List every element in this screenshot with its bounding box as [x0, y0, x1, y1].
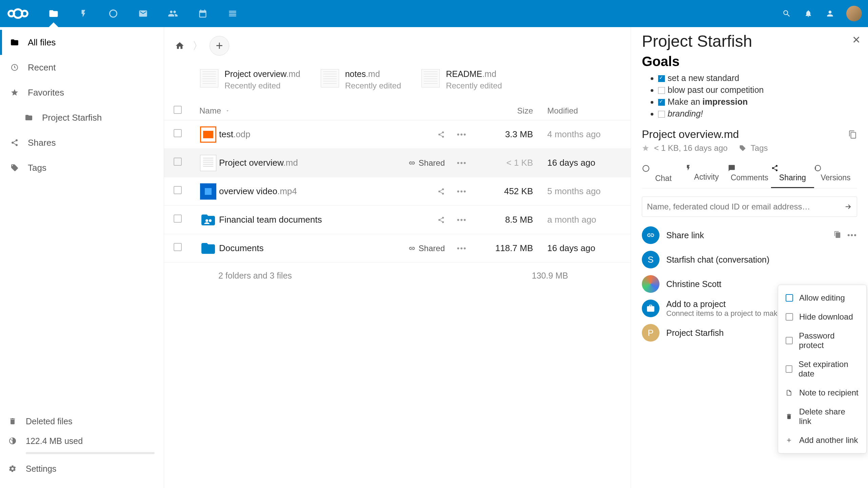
activity-icon [685, 164, 728, 171]
svg-point-7 [643, 165, 649, 171]
share-item[interactable]: Share link ••• [642, 223, 857, 247]
link-icon [409, 160, 415, 166]
tab-sharing[interactable]: Sharing [771, 160, 814, 188]
sidebar-item-project[interactable]: Project Starfish [0, 105, 164, 130]
sidebar-item-label: All files [28, 37, 56, 48]
shared-indicator[interactable] [394, 131, 445, 138]
row-checkbox[interactable] [174, 186, 182, 194]
menu-item[interactable]: Allow editing [778, 288, 866, 307]
share-item[interactable]: S Starfish chat (conversation) [642, 247, 857, 272]
file-row[interactable]: Financial team documents ••• 8.5 MB a mo… [164, 206, 631, 234]
sidebar-item-recent[interactable]: Recent [0, 55, 164, 80]
tab-versions[interactable]: Versions [814, 160, 857, 188]
file-thumb [321, 69, 339, 87]
clipboard-icon[interactable] [834, 231, 841, 240]
nav-deck[interactable] [219, 0, 246, 27]
more-icon[interactable]: ••• [457, 130, 467, 139]
nav-mail[interactable] [130, 0, 157, 27]
share-icon[interactable] [437, 131, 445, 138]
close-icon[interactable]: ✕ [852, 34, 861, 46]
row-checkbox[interactable] [174, 215, 182, 223]
sidebar-item-favorites[interactable]: Favorites [0, 80, 164, 105]
file-row[interactable]: test.odp ••• 3.3 MB 4 months ago [164, 120, 631, 149]
share-icon[interactable] [437, 216, 445, 224]
more-icon[interactable]: ••• [457, 244, 467, 253]
row-checkbox[interactable] [174, 243, 182, 251]
tab-activity[interactable]: Activity [685, 160, 728, 188]
sort-icon[interactable] [225, 108, 230, 113]
file-row[interactable]: overview video.mp4 ••• 452 KB 5 months a… [164, 177, 631, 206]
recommendation-item[interactable]: Project overview.md Recently edited [200, 69, 300, 90]
file-row[interactable]: Project overview.md Shared ••• < 1 KB 16… [164, 149, 631, 177]
menu-label: Note to recipient [799, 388, 859, 398]
file-row[interactable]: Documents Shared ••• 118.7 MB 16 days ag… [164, 234, 631, 263]
home-icon[interactable] [174, 40, 186, 52]
contacts-menu-icon[interactable] [825, 8, 835, 19]
tags-label[interactable]: Tags [751, 143, 768, 153]
sidebar-item-allfiles[interactable]: All files [0, 30, 164, 55]
add-button[interactable]: + [210, 36, 229, 56]
shared-indicator[interactable] [394, 188, 445, 195]
file-list-header: Name Size Modified [164, 101, 631, 120]
menu-item[interactable]: Set expiration date [778, 355, 866, 383]
file-type-icon [198, 183, 218, 200]
goals-header: Goals [642, 54, 857, 69]
sidebar-deleted[interactable]: Deleted files [7, 411, 157, 431]
file-size: < 1 KB [479, 158, 533, 168]
share-icon[interactable] [437, 188, 445, 195]
shared-indicator[interactable] [394, 216, 445, 224]
quota-bar [26, 452, 155, 454]
sidebar-settings[interactable]: Settings [7, 459, 157, 479]
goal-item: Make an impression [658, 97, 857, 107]
tab-chat[interactable]: Chat [642, 160, 685, 188]
nav-talk[interactable] [100, 0, 127, 27]
more-icon[interactable]: ••• [457, 159, 467, 167]
file-size: 3.3 MB [479, 129, 533, 140]
tab-comments[interactable]: Comments [728, 160, 771, 188]
user-avatar[interactable] [846, 6, 862, 21]
file-size: 452 KB [479, 186, 533, 197]
arrow-right-icon[interactable] [844, 203, 852, 211]
menu-item[interactable]: Password protect [778, 326, 866, 355]
summary-row: 2 folders and 3 files 130.9 MB [164, 263, 631, 289]
copy-icon[interactable] [848, 130, 857, 139]
sidebar-item-shares[interactable]: Shares [0, 130, 164, 155]
col-name[interactable]: Name [199, 106, 221, 116]
nav-activity[interactable] [70, 0, 97, 27]
menu-item[interactable]: Delete share link [778, 402, 866, 431]
checkbox-icon [786, 313, 793, 321]
file-modified: 5 months ago [533, 186, 621, 197]
recommendation-item[interactable]: notes.md Recently edited [321, 69, 401, 90]
more-icon[interactable]: ••• [847, 231, 857, 240]
col-modified[interactable]: Modified [533, 106, 621, 116]
select-all-checkbox[interactable] [174, 106, 182, 114]
row-checkbox[interactable] [174, 129, 182, 137]
menu-item[interactable]: Hide download [778, 307, 866, 326]
checkbox-icon [786, 294, 793, 302]
share-link-menu: Allow editingHide downloadPassword prote… [778, 285, 867, 453]
nav-files[interactable] [40, 0, 67, 27]
share-label: Starfish chat (conversation) [666, 255, 850, 265]
menu-item[interactable]: Note to recipient [778, 383, 866, 402]
more-icon[interactable]: ••• [457, 216, 467, 224]
file-name: overview video.mp4 [218, 186, 394, 197]
checkbox-icon [658, 75, 665, 82]
col-size[interactable]: Size [465, 106, 533, 116]
nav-calendar[interactable] [189, 0, 216, 27]
tag-icon[interactable] [739, 145, 746, 151]
menu-label: Allow editing [799, 293, 845, 303]
logo[interactable] [6, 7, 30, 20]
more-icon[interactable]: ••• [457, 187, 467, 196]
search-icon[interactable] [781, 8, 792, 19]
menu-item[interactable]: Add another link [778, 431, 866, 450]
row-checkbox[interactable] [174, 158, 182, 166]
link-icon [409, 245, 415, 252]
checkbox-icon [786, 337, 793, 344]
star-icon[interactable] [642, 144, 649, 152]
nav-contacts[interactable] [159, 0, 186, 27]
share-input[interactable] [647, 202, 844, 211]
sharing-icon [771, 164, 814, 172]
notifications-icon[interactable] [803, 8, 814, 19]
recommendation-item[interactable]: README.md Recently edited [421, 69, 502, 90]
sidebar-item-tags[interactable]: Tags [0, 155, 164, 180]
